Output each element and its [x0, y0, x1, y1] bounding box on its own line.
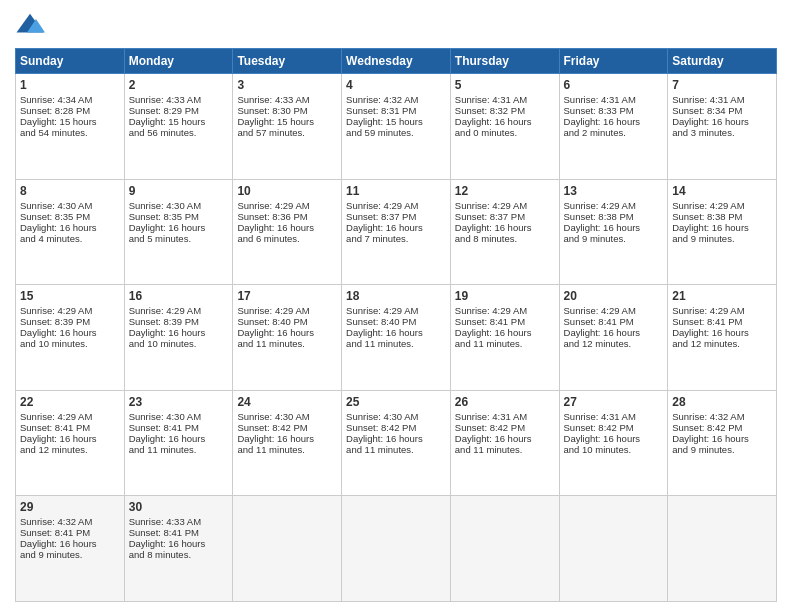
day-info-line: Sunrise: 4:31 AM	[564, 411, 664, 422]
logo-icon	[15, 10, 45, 40]
day-info-line: and 5 minutes.	[129, 233, 229, 244]
day-info-line: Sunrise: 4:29 AM	[20, 411, 120, 422]
day-info-line: Daylight: 16 hours	[237, 222, 337, 233]
day-info-line: Sunset: 8:32 PM	[455, 105, 555, 116]
day-info-line: Sunset: 8:31 PM	[346, 105, 446, 116]
calendar-cell: 2Sunrise: 4:33 AMSunset: 8:29 PMDaylight…	[124, 74, 233, 180]
day-info-line: Daylight: 16 hours	[455, 116, 555, 127]
calendar-cell: 1Sunrise: 4:34 AMSunset: 8:28 PMDaylight…	[16, 74, 125, 180]
calendar-cell: 16Sunrise: 4:29 AMSunset: 8:39 PMDayligh…	[124, 285, 233, 391]
day-header-tuesday: Tuesday	[233, 49, 342, 74]
day-info-line: and 3 minutes.	[672, 127, 772, 138]
calendar-table: SundayMondayTuesdayWednesdayThursdayFrid…	[15, 48, 777, 602]
day-info-line: Daylight: 16 hours	[20, 327, 120, 338]
calendar-cell: 14Sunrise: 4:29 AMSunset: 8:38 PMDayligh…	[668, 179, 777, 285]
calendar-cell: 28Sunrise: 4:32 AMSunset: 8:42 PMDayligh…	[668, 390, 777, 496]
day-info-line: Sunrise: 4:31 AM	[564, 94, 664, 105]
day-info-line: and 11 minutes.	[346, 338, 446, 349]
day-number: 19	[455, 289, 555, 303]
calendar-cell	[668, 496, 777, 602]
day-number: 17	[237, 289, 337, 303]
day-info-line: and 10 minutes.	[564, 444, 664, 455]
day-number: 12	[455, 184, 555, 198]
calendar-cell: 23Sunrise: 4:30 AMSunset: 8:41 PMDayligh…	[124, 390, 233, 496]
day-info-line: Sunset: 8:41 PM	[564, 316, 664, 327]
day-info-line: Sunset: 8:33 PM	[564, 105, 664, 116]
calendar-cell: 3Sunrise: 4:33 AMSunset: 8:30 PMDaylight…	[233, 74, 342, 180]
day-info-line: Sunset: 8:41 PM	[20, 527, 120, 538]
day-info-line: Daylight: 16 hours	[564, 222, 664, 233]
day-info-line: Daylight: 16 hours	[564, 116, 664, 127]
day-info-line: Daylight: 16 hours	[346, 327, 446, 338]
day-number: 30	[129, 500, 229, 514]
calendar-week-2: 8Sunrise: 4:30 AMSunset: 8:35 PMDaylight…	[16, 179, 777, 285]
day-number: 24	[237, 395, 337, 409]
day-info-line: and 9 minutes.	[20, 549, 120, 560]
day-info-line: Daylight: 15 hours	[346, 116, 446, 127]
calendar-cell: 26Sunrise: 4:31 AMSunset: 8:42 PMDayligh…	[450, 390, 559, 496]
day-info-line: Sunrise: 4:29 AM	[672, 305, 772, 316]
calendar-week-5: 29Sunrise: 4:32 AMSunset: 8:41 PMDayligh…	[16, 496, 777, 602]
day-info-line: Sunrise: 4:30 AM	[20, 200, 120, 211]
day-info-line: Sunrise: 4:29 AM	[564, 200, 664, 211]
day-number: 7	[672, 78, 772, 92]
day-info-line: Daylight: 16 hours	[129, 327, 229, 338]
day-info-line: Sunset: 8:37 PM	[346, 211, 446, 222]
page: SundayMondayTuesdayWednesdayThursdayFrid…	[0, 0, 792, 612]
day-info-line: Sunrise: 4:30 AM	[129, 200, 229, 211]
day-info-line: Sunrise: 4:31 AM	[672, 94, 772, 105]
day-info-line: Sunset: 8:38 PM	[564, 211, 664, 222]
day-info-line: Sunset: 8:41 PM	[20, 422, 120, 433]
day-info-line: Daylight: 16 hours	[237, 433, 337, 444]
day-info-line: and 57 minutes.	[237, 127, 337, 138]
day-info-line: and 6 minutes.	[237, 233, 337, 244]
day-info-line: Sunset: 8:40 PM	[346, 316, 446, 327]
day-number: 11	[346, 184, 446, 198]
day-info-line: Sunrise: 4:29 AM	[346, 200, 446, 211]
day-info-line: and 4 minutes.	[20, 233, 120, 244]
day-info-line: Daylight: 16 hours	[237, 327, 337, 338]
day-info-line: and 10 minutes.	[129, 338, 229, 349]
day-info-line: Sunrise: 4:31 AM	[455, 94, 555, 105]
day-info-line: Sunrise: 4:33 AM	[129, 516, 229, 527]
day-info-line: Sunset: 8:35 PM	[129, 211, 229, 222]
day-info-line: Sunrise: 4:31 AM	[455, 411, 555, 422]
day-info-line: Sunset: 8:39 PM	[129, 316, 229, 327]
day-number: 27	[564, 395, 664, 409]
calendar-header-row: SundayMondayTuesdayWednesdayThursdayFrid…	[16, 49, 777, 74]
day-info-line: and 11 minutes.	[455, 338, 555, 349]
day-info-line: Daylight: 15 hours	[20, 116, 120, 127]
calendar-cell: 17Sunrise: 4:29 AMSunset: 8:40 PMDayligh…	[233, 285, 342, 391]
day-info-line: Sunrise: 4:32 AM	[346, 94, 446, 105]
calendar-cell: 25Sunrise: 4:30 AMSunset: 8:42 PMDayligh…	[342, 390, 451, 496]
day-info-line: Sunset: 8:28 PM	[20, 105, 120, 116]
day-info-line: Daylight: 16 hours	[672, 116, 772, 127]
day-header-friday: Friday	[559, 49, 668, 74]
day-info-line: Sunset: 8:30 PM	[237, 105, 337, 116]
day-info-line: Sunrise: 4:32 AM	[672, 411, 772, 422]
day-info-line: Sunset: 8:41 PM	[455, 316, 555, 327]
calendar-cell: 21Sunrise: 4:29 AMSunset: 8:41 PMDayligh…	[668, 285, 777, 391]
day-info-line: Sunset: 8:37 PM	[455, 211, 555, 222]
day-info-line: Sunrise: 4:29 AM	[672, 200, 772, 211]
calendar-cell: 7Sunrise: 4:31 AMSunset: 8:34 PMDaylight…	[668, 74, 777, 180]
day-info-line: Sunset: 8:35 PM	[20, 211, 120, 222]
calendar-cell	[342, 496, 451, 602]
day-number: 10	[237, 184, 337, 198]
day-info-line: and 54 minutes.	[20, 127, 120, 138]
calendar-cell: 5Sunrise: 4:31 AMSunset: 8:32 PMDaylight…	[450, 74, 559, 180]
day-info-line: Sunrise: 4:29 AM	[346, 305, 446, 316]
day-info-line: and 9 minutes.	[672, 233, 772, 244]
day-info-line: and 2 minutes.	[564, 127, 664, 138]
day-number: 23	[129, 395, 229, 409]
day-number: 4	[346, 78, 446, 92]
day-info-line: and 11 minutes.	[455, 444, 555, 455]
day-info-line: Sunset: 8:42 PM	[346, 422, 446, 433]
day-number: 28	[672, 395, 772, 409]
day-info-line: Sunset: 8:40 PM	[237, 316, 337, 327]
day-info-line: Sunrise: 4:30 AM	[237, 411, 337, 422]
day-number: 1	[20, 78, 120, 92]
calendar-cell: 12Sunrise: 4:29 AMSunset: 8:37 PMDayligh…	[450, 179, 559, 285]
day-info-line: and 7 minutes.	[346, 233, 446, 244]
calendar-week-4: 22Sunrise: 4:29 AMSunset: 8:41 PMDayligh…	[16, 390, 777, 496]
